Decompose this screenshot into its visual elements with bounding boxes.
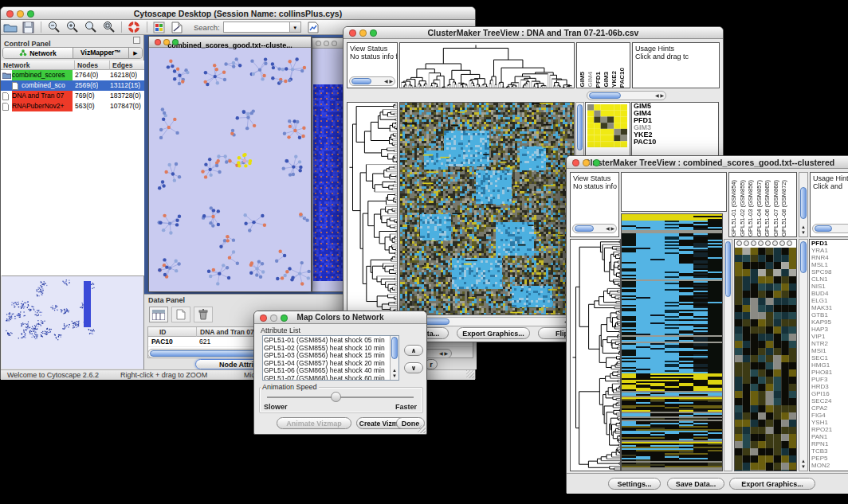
open-session-button[interactable] — [1, 21, 20, 34]
dialog-title-bar[interactable]: Map Colors to Network — [254, 311, 426, 324]
vizmapper-button[interactable] — [151, 21, 168, 34]
tv1-status-scrollbar[interactable]: ◀ ▶ — [349, 76, 395, 86]
minimize-button[interactable] — [17, 10, 24, 18]
gene-label[interactable]: MSL1 — [810, 261, 848, 268]
treeview2-title-bar[interactable]: ClusterMaker TreeView : combined_scores_… — [567, 156, 848, 169]
minimize-button[interactable] — [324, 41, 329, 46]
zoom-button[interactable] — [370, 29, 377, 37]
column-arrow-icon[interactable] — [772, 240, 778, 246]
gene-label[interactable]: SEC24 — [810, 397, 848, 404]
minimize-button[interactable] — [270, 315, 277, 322]
gene-label[interactable]: ELG1 — [810, 297, 848, 304]
minimize-button[interactable] — [359, 29, 367, 37]
tv2-top-vscrollbar[interactable]: ▲▼ — [799, 172, 808, 237]
gene-label[interactable]: CLN1 — [810, 275, 848, 283]
network-edit-button[interactable] — [304, 21, 322, 34]
zoom-button[interactable] — [593, 159, 600, 166]
gene-label[interactable]: PUF3 — [810, 376, 848, 383]
gene-label[interactable]: PAN1 — [810, 433, 848, 440]
search-dropdown-button[interactable]: ▼ — [290, 21, 301, 33]
tv2-detail-panel[interactable] — [734, 239, 797, 471]
move-down-button[interactable]: ∨ — [404, 362, 423, 373]
column-label[interactable]: GIM3 — [603, 72, 610, 88]
close-button[interactable] — [572, 159, 579, 166]
tv2-save-data-button[interactable]: Save Data... — [667, 478, 724, 490]
column-label[interactable]: GPL51-07 (GSM868) — [772, 180, 781, 236]
gene-label[interactable]: HRD3 — [810, 383, 848, 390]
birdseye-view[interactable] — [2, 275, 143, 369]
tv2-column-labels[interactable]: GPL51-01 (GSM854)GPL51-02 (GSM855)GPL51-… — [728, 172, 797, 237]
tv2-heatmap-vscrollbar[interactable] — [724, 239, 732, 471]
gene-label[interactable]: RPN1 — [810, 440, 848, 447]
gene-label[interactable]: PHO81 — [810, 369, 848, 376]
delete-attribute-button[interactable] — [194, 307, 213, 322]
gene-label[interactable]: MAK31 — [810, 304, 848, 311]
gene-label[interactable]: YSH1 — [810, 419, 848, 426]
tv2-status-scrollbar[interactable]: ◀ ▶ — [572, 224, 617, 233]
gene-label[interactable]: MON2 — [810, 462, 848, 469]
column-arrow-icon[interactable] — [736, 240, 742, 246]
close-button[interactable] — [6, 10, 14, 18]
gene-label[interactable]: GTB1 — [810, 311, 848, 318]
column-label[interactable]: GPL51-03 (GSM856) — [747, 180, 756, 236]
gene-label[interactable]: HMG1 — [810, 361, 848, 369]
tv2-detail-vscrollbar[interactable]: ▲▼ — [799, 239, 808, 471]
move-up-button[interactable]: ∧ — [404, 345, 423, 356]
tv2-gene-list[interactable]: PFD1YRA1RNR4MSL1SPC98CLN1NIS1BUD4ELG1MAK… — [809, 239, 848, 471]
network-list-row[interactable]: combined_scores2764(0)16218(0) — [1, 70, 144, 80]
gene-label[interactable]: KAP95 — [810, 318, 848, 326]
close-button[interactable] — [349, 29, 356, 37]
column-label[interactable]: PAC10 — [618, 68, 626, 88]
gene-label[interactable]: PFD1 — [810, 240, 848, 247]
tv2-column-dendrogram[interactable] — [621, 172, 727, 212]
animate-vizmap-button[interactable]: Animate Vizmap — [277, 417, 351, 429]
zoom-in-button[interactable] — [63, 21, 81, 34]
column-label[interactable]: GPL51-02 (GSM855) — [739, 180, 748, 236]
gene-label[interactable]: NIS1 — [810, 283, 848, 290]
gene-label[interactable]: RNR4 — [810, 254, 848, 261]
close-button[interactable] — [155, 39, 161, 45]
attribute-listbox[interactable]: GPL51-01 (GSM854) heat shock 05 minGPL51… — [262, 335, 399, 381]
attribute-select-button[interactable] — [149, 307, 168, 322]
column-arrow-icon[interactable] — [765, 240, 771, 246]
column-arrow-icon[interactable] — [779, 240, 785, 246]
gene-label[interactable]: RPO21 — [810, 426, 848, 433]
annotation-button[interactable] — [168, 21, 186, 34]
gene-label[interactable]: NTR2 — [810, 340, 848, 347]
attribute-list-scrollbar[interactable]: ▲▼ — [390, 336, 398, 380]
column-label[interactable]: PFD1 — [595, 72, 603, 88]
tv2-column-arrow-icons[interactable] — [735, 240, 796, 248]
column-label[interactable]: GPL51-04 (GSM857) — [756, 180, 764, 236]
gene-label[interactable]: SPC98 — [810, 268, 848, 275]
tv2-row-dendrogram[interactable] — [570, 239, 621, 471]
tv2-export-graphics-button[interactable]: Export Graphics... — [729, 478, 815, 490]
column-arrow-icon[interactable] — [744, 240, 749, 246]
zoom-button[interactable] — [281, 315, 288, 322]
gene-label[interactable]: PEP5 — [810, 455, 848, 462]
search-input[interactable] — [223, 21, 290, 33]
tv2-settings-button[interactable]: Settings... — [608, 478, 661, 490]
tab-overflow-button[interactable]: ▶ — [129, 48, 142, 58]
network-list-row[interactable]: combined_sco2569(6)13112(15) — [1, 80, 144, 91]
column-label[interactable]: GPL51-08 (GSM872) — [780, 180, 789, 236]
tv2-hints-scrollbar[interactable] — [812, 224, 848, 233]
column-label[interactable]: YKE2 — [610, 71, 618, 88]
float-panel-icon[interactable] — [133, 37, 140, 44]
network-graph-canvas[interactable] — [149, 48, 311, 291]
gene-label[interactable]: HAP3 — [810, 326, 848, 333]
create-attribute-button[interactable] — [171, 307, 190, 322]
zoom-button[interactable] — [27, 10, 34, 18]
gene-label[interactable]: PAC10 — [632, 139, 718, 146]
zoom-fit-button[interactable] — [100, 21, 118, 34]
gene-label[interactable]: MSI1 — [810, 347, 848, 354]
gene-label[interactable]: YRA1 — [810, 247, 848, 254]
tab-vizmapper[interactable]: VizMapper™ — [73, 48, 129, 58]
column-label[interactable]: GIM4 — [587, 72, 595, 88]
tv2-heatmap[interactable] — [621, 213, 723, 471]
gene-label[interactable]: BUD4 — [810, 290, 848, 297]
main-title-bar[interactable]: Cytoscape Desktop (Session Name: collins… — [1, 7, 475, 20]
network-list-row[interactable]: RNAPuberNov2+563(0)107847(0) — [1, 101, 144, 111]
tv1-export-graphics-button[interactable]: Export Graphics... — [457, 327, 530, 339]
gene-label[interactable]: CPA2 — [810, 404, 848, 412]
column-label[interactable]: GPL51-01 (GSM854) — [730, 180, 739, 236]
